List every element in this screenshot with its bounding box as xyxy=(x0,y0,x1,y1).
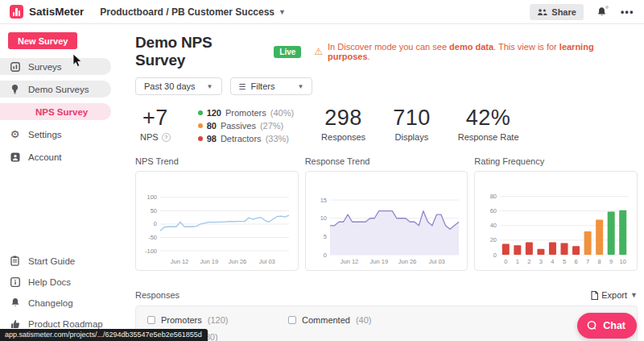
chat-button[interactable]: Chat xyxy=(577,313,637,339)
sidebar-item-changelog[interactable]: Changelog xyxy=(0,294,111,311)
lightbulb-icon xyxy=(10,84,20,94)
file-icon xyxy=(591,291,598,300)
user-icon xyxy=(10,152,20,162)
chevron-down-icon: ▼ xyxy=(630,291,638,299)
svg-text:10: 10 xyxy=(320,214,327,222)
svg-text:0: 0 xyxy=(493,252,497,259)
checkbox-icon xyxy=(147,316,155,324)
svg-text:10: 10 xyxy=(619,258,625,265)
charts-row: NPS Trend 100500-50-100Jun 12Jun 19Jun 2… xyxy=(135,156,638,271)
detractor-dot-icon xyxy=(198,136,203,141)
filters-dropdown[interactable]: ☰ Filters ▼ xyxy=(230,77,313,95)
more-menu-icon[interactable]: ••• xyxy=(621,6,634,18)
sidebar-item-account[interactable]: Account xyxy=(0,148,111,165)
response-rate-metric: 42% Response Rate xyxy=(458,106,519,142)
new-survey-button[interactable]: New Survey xyxy=(8,32,77,49)
sidebar-item-demo-surveys[interactable]: Demo Surveys xyxy=(0,81,111,98)
surveys-icon xyxy=(10,61,20,72)
notifications-bell-icon[interactable] xyxy=(597,6,608,18)
rating-frequency-title: Rating Frequency xyxy=(474,156,638,166)
svg-text:Jun 19: Jun 19 xyxy=(200,258,219,265)
bell-icon xyxy=(10,297,20,308)
info-icon xyxy=(10,277,20,287)
svg-text:5: 5 xyxy=(324,233,327,240)
main-content: Demo NPS Survey Live ⚠ In Discover mode … xyxy=(129,24,644,341)
export-button[interactable]: Export ▼ xyxy=(591,290,638,300)
legend-promoters: 120Promoters(40%) xyxy=(198,108,294,118)
warning-triangle-icon: ⚠ xyxy=(314,46,323,57)
satismeter-logo-icon xyxy=(10,5,23,19)
rating-frequency-chart: 806040200012345678910 xyxy=(474,171,638,271)
svg-text:0: 0 xyxy=(324,252,327,259)
share-button[interactable]: Share xyxy=(530,4,584,20)
thumbs-up-icon xyxy=(10,318,20,329)
satismeter-app: SatisMeter Productboard / PB Customer Su… xyxy=(0,0,644,341)
sidebar-item-label: Account xyxy=(28,152,62,162)
sidebar-item-label: Changelog xyxy=(28,298,73,308)
nps-breakdown-legend: 120Promoters(40%) 80Passives(27%) 98Detr… xyxy=(198,106,294,143)
svg-text:Jun 12: Jun 12 xyxy=(171,258,189,265)
checkbox-commented[interactable]: Commented(40) xyxy=(288,315,625,325)
svg-text:Jul 03: Jul 03 xyxy=(429,258,445,265)
svg-text:Jun 26: Jun 26 xyxy=(398,258,417,265)
filter-lines-icon: ☰ xyxy=(239,82,246,91)
svg-text:Jun 26: Jun 26 xyxy=(229,258,247,265)
checkbox-icon xyxy=(288,316,296,324)
logo[interactable]: SatisMeter xyxy=(10,5,84,19)
svg-text:5: 5 xyxy=(563,258,566,265)
discover-mode-warning: ⚠ In Discover mode you can see demo data… xyxy=(314,42,638,61)
chevron-down-icon: ▼ xyxy=(297,83,303,90)
svg-text:100: 100 xyxy=(147,193,158,201)
sidebar-item-settings[interactable]: ⚙ Settings xyxy=(0,126,111,143)
svg-text:1: 1 xyxy=(515,258,518,265)
sidebar-item-help-docs[interactable]: Help Docs xyxy=(0,273,111,290)
people-icon xyxy=(537,8,547,16)
svg-text:-100: -100 xyxy=(145,247,157,255)
svg-text:9: 9 xyxy=(609,258,613,265)
svg-text:15: 15 xyxy=(320,197,327,204)
responses-filter-panel: Promoters(120) Commented(40) Passives(80… xyxy=(135,306,638,341)
sidebar-item-surveys[interactable]: Surveys xyxy=(0,58,111,75)
live-status-badge: Live xyxy=(274,46,301,58)
svg-text:Jun 12: Jun 12 xyxy=(341,258,359,265)
sidebar-item-label: Help Docs xyxy=(28,277,71,287)
chat-bubble-icon xyxy=(586,320,598,331)
sidebar-item-label: Start Guide xyxy=(28,256,75,266)
response-trend-title: Response Trend xyxy=(305,156,469,166)
stats-row: +7 NPS ? 120Promoters(40%) 80Passives(27… xyxy=(135,106,638,143)
status-url-bar: app.satismeter.com/projects/.../6294db35… xyxy=(0,329,208,341)
checkbox-promoters[interactable]: Promoters(120) xyxy=(147,315,288,325)
clipboard-icon xyxy=(10,256,20,266)
chevron-down-icon: ▼ xyxy=(207,83,213,90)
responses-section-title: Responses xyxy=(135,290,180,300)
legend-passives: 80Passives(27%) xyxy=(198,121,294,131)
responses-metric: 298 Responses xyxy=(321,106,365,142)
svg-text:4: 4 xyxy=(551,258,554,265)
sidebar-item-label: Demo Surveys xyxy=(28,85,89,94)
breadcrumb-text: Productboard / PB Customer Success xyxy=(100,6,275,18)
promoter-dot-icon xyxy=(198,110,203,115)
sidebar-item-nps-survey[interactable]: NPS Survey xyxy=(0,103,111,120)
svg-text:8: 8 xyxy=(597,258,601,265)
chevron-down-icon: ▼ xyxy=(279,8,286,16)
nps-score: +7 NPS ? xyxy=(140,106,171,142)
svg-text:3: 3 xyxy=(539,258,542,265)
sidebar: New Survey Surveys Demo Surveys NPS Surv… xyxy=(0,24,129,341)
project-breadcrumb[interactable]: Productboard / PB Customer Success ▼ xyxy=(100,6,286,18)
passive-dot-icon xyxy=(198,123,203,128)
nps-trend-chart: 100500-50-100Jun 12Jun 19Jun 26Jul 03 xyxy=(135,171,299,271)
svg-text:Jun 19: Jun 19 xyxy=(370,258,389,265)
gear-icon: ⚙ xyxy=(10,129,20,139)
help-question-icon[interactable]: ? xyxy=(162,133,171,142)
svg-text:0: 0 xyxy=(154,220,157,227)
nps-trend-title: NPS Trend xyxy=(135,156,299,166)
displays-metric: 710 Displays xyxy=(393,106,431,142)
brand-name: SatisMeter xyxy=(29,6,84,18)
svg-text:20: 20 xyxy=(489,236,496,243)
sidebar-item-start-guide[interactable]: Start Guide xyxy=(0,252,111,269)
sidebar-item-label: NPS Survey xyxy=(35,107,88,117)
legend-detractors: 98Detractors(33%) xyxy=(198,134,294,143)
date-range-dropdown[interactable]: Past 30 days ▼ xyxy=(135,77,222,95)
svg-text:2: 2 xyxy=(527,258,530,265)
svg-text:80: 80 xyxy=(489,193,496,200)
